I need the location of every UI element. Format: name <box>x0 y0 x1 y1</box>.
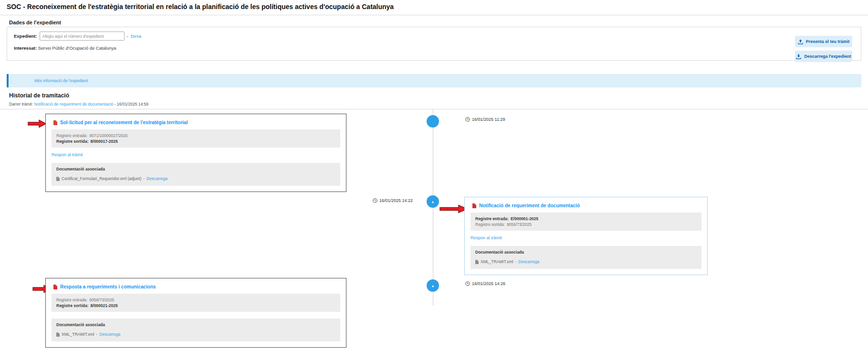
descarrega-link[interactable]: Descarrega <box>518 259 539 264</box>
dash-separator: - <box>143 176 145 181</box>
attachment-filename: XML_TRAMIT.xml <box>62 332 94 337</box>
clock-icon <box>465 117 470 122</box>
descarrega-expedient-label: Descarrega l'expedient <box>804 54 851 59</box>
event-date: 16/01/2025 11:29 <box>472 117 505 122</box>
event-date: 16/01/2025 14:26 <box>472 281 505 286</box>
up-arrow-icon: ▲ <box>431 200 435 203</box>
pdf-icon <box>53 120 57 125</box>
timeline-node: ▲ <box>427 279 439 292</box>
page: SOC - Reconeixement de l'estratègia terr… <box>0 0 868 351</box>
registre-entrada-label: Registre entrada: <box>475 216 509 221</box>
registre-sortida-value: 8/000021-2025 <box>91 303 118 308</box>
darrer-tramit-line: Darrer tràmit: Notificació de requerimen… <box>9 102 148 106</box>
descarrega-expedient-button[interactable]: Descarrega l'expedient <box>795 51 852 62</box>
file-icon <box>475 260 479 264</box>
presenta-tramit-button[interactable]: Presenta el teu tràmit <box>795 36 852 47</box>
history-divider <box>0 109 868 109</box>
documentacio-heading: Documentació associada <box>56 167 335 171</box>
tramit-card: Sol·licitud per al reconeixement de l'es… <box>45 114 346 192</box>
darrer-tramit-label: Darrer tràmit: <box>9 102 33 106</box>
registre-sortida-row: Registre sortida:8/000017-2025 <box>56 138 335 144</box>
clock-icon <box>465 281 470 286</box>
attachment-row: XML_TRAMIT.xml - Descarrega <box>56 332 335 337</box>
tramit-card: Resposta a requeriments i comunicacions … <box>45 278 346 348</box>
pdf-icon <box>472 203 476 208</box>
registre-sortida-row: Registre sortida:9056/73/2025 <box>475 222 697 227</box>
descarrega-link[interactable]: Descarrega <box>146 176 167 181</box>
dash-separator: - <box>515 259 516 264</box>
page-title: SOC - Reconeixement de l'estratègia terr… <box>7 3 394 11</box>
registre-entrada-value: 9071/10000027/2025 <box>89 133 127 138</box>
clock-icon <box>373 198 377 203</box>
attachment-filename: XML_TRAMIT.xml <box>481 259 513 264</box>
registre-entrada-value: 9056/73/2025 <box>89 298 114 302</box>
documentacio-heading: Documentació associada <box>56 322 335 327</box>
registre-entrada-row: Registre entrada:9071/10000027/2025 <box>56 133 335 138</box>
registre-box: Registre entrada:9071/10000027/2025 Regi… <box>52 129 340 148</box>
pdf-icon <box>53 285 57 289</box>
event-timestamp: 16/01/2025 14:22 <box>373 198 413 203</box>
tramit-card-header: Resposta a requeriments i comunicacions <box>46 278 346 294</box>
expedient-panel: Expedient: - Desa Interessat: Servei Púb… <box>7 27 861 61</box>
file-icon <box>56 332 60 337</box>
attachment-row: XML_TRAMIT.xml - Descarrega <box>475 259 697 264</box>
respond-row: Respon al tràmit <box>465 231 707 241</box>
timeline-node: ▲ <box>427 195 439 208</box>
registre-entrada-label: Registre entrada: <box>56 133 87 138</box>
documentacio-heading: Documentació associada <box>475 250 697 255</box>
registre-sortida-label: Registre sortida: <box>475 222 505 227</box>
download-icon <box>796 54 801 59</box>
timeline-node <box>427 115 439 128</box>
historial-heading: Historial de tramitació <box>9 92 69 99</box>
registre-sortida-row: Registre sortida:8/000021-2025 <box>56 303 335 308</box>
tramit-card-header: Sol·licitud per al reconeixement de l'es… <box>46 114 346 129</box>
file-icon <box>56 177 60 181</box>
attachment-filename: Certificat_Formulari_Requeridor.xml (adj… <box>62 176 141 181</box>
documentacio-box: Documentació associada XML_TRAMIT.xml - … <box>471 246 701 269</box>
dash-separator: - <box>96 332 97 337</box>
red-pointer-arrow <box>439 204 468 213</box>
registre-sortida-label: Registre sortida: <box>56 303 89 308</box>
documentacio-box: Documentació associada XML_TRAMIT.xml - … <box>52 319 340 341</box>
info-bar: Més informació de l'expedient <box>7 74 861 87</box>
attachment-row: Certificat_Formulari_Requeridor.xml (adj… <box>56 176 335 181</box>
tramit-card-header: Notificació de requeriment de documentac… <box>465 197 707 213</box>
registre-sortida-label: Registre sortida: <box>56 139 89 144</box>
desa-link[interactable]: Desa <box>131 33 141 39</box>
registre-box: Registre entrada:E/000001-2025 Registre … <box>471 213 701 231</box>
event-timestamp: 16/01/2025 11:29 <box>465 117 505 122</box>
darrer-tramit-link[interactable]: Notificació de requeriment de documentac… <box>34 102 113 106</box>
respond-row: Respon al tràmit <box>46 148 346 158</box>
registre-sortida-value: 9056/73/2025 <box>507 222 532 227</box>
descarrega-link[interactable]: Descarrega <box>99 332 120 337</box>
registre-sortida-value: 8/000017-2025 <box>91 139 118 144</box>
registre-entrada-label: Registre entrada: <box>56 298 87 302</box>
mes-informacio-link[interactable]: Més informació de l'expedient <box>34 78 88 83</box>
registre-entrada-row: Registre entrada:9056/73/2025 <box>56 297 335 303</box>
expedient-label: Expedient: <box>14 33 37 39</box>
tramit-card: Notificació de requeriment de documentac… <box>464 197 708 275</box>
presenta-tramit-label: Presenta el teu tràmit <box>806 39 850 44</box>
registre-box: Registre entrada:9056/73/2025 Registre s… <box>52 294 340 312</box>
interessat-value: Servei Públic d'Ocupació de Catalunya <box>38 45 116 51</box>
expedient-row: Expedient: - Desa <box>14 32 141 41</box>
registre-entrada-row: Registre entrada:E/000001-2025 <box>475 216 697 222</box>
darrer-tramit-date: - 16/01/2025 14:59 <box>115 102 148 106</box>
tramit-title-link[interactable]: Resposta a requeriments i comunicacions <box>60 284 156 289</box>
respon-al-tramit-link[interactable]: Respon al tràmit <box>471 235 502 240</box>
respon-al-tramit-link[interactable]: Respon al tràmit <box>52 152 83 157</box>
event-timestamp: 16/01/2025 14:26 <box>465 281 505 286</box>
red-pointer-arrow <box>28 119 47 128</box>
up-arrow-icon: ▲ <box>431 284 435 287</box>
tramit-title-link[interactable]: Notificació de requeriment de documentac… <box>479 203 580 208</box>
registre-entrada-value: E/000001-2025 <box>511 216 538 221</box>
documentacio-box: Documentació associada Certificat_Formul… <box>52 163 340 186</box>
title-divider <box>0 15 868 15</box>
interessat-label: Interessat: <box>14 45 37 51</box>
upload-icon <box>798 39 803 44</box>
event-date: 16/01/2025 14:22 <box>379 198 413 203</box>
expedient-number-input[interactable] <box>40 32 125 41</box>
tramit-title-link[interactable]: Sol·licitud per al reconeixement de l'es… <box>60 120 188 125</box>
dades-expedient-heading: Dades de l'expedient <box>9 20 61 25</box>
interessat-row: Interessat: Servei Públic d'Ocupació de … <box>14 45 116 51</box>
